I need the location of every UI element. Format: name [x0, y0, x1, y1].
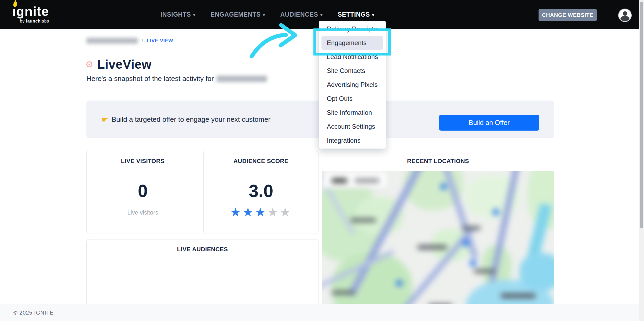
breadcrumb-site-link-redacted[interactable]	[86, 38, 138, 44]
menu-item-site-information[interactable]: Site Information	[319, 106, 386, 120]
audience-score-value: 3.0	[204, 181, 318, 201]
build-offer-button[interactable]: Build an Offer	[439, 115, 539, 131]
live-audiences-card: LIVE AUDIENCES	[86, 239, 319, 312]
change-website-button[interactable]: CHANGE WEBSITE	[539, 9, 597, 21]
breadcrumb-current: LIVE VIEW	[147, 38, 173, 44]
locations-map[interactable]	[322, 171, 554, 304]
card-title: LIVE VISITORS	[87, 151, 199, 171]
star-icon: ★	[255, 205, 267, 219]
audience-score-card: AUDIENCE SCORE 3.0 ★★★★★	[203, 151, 319, 234]
liveview-page: ıgnite by launchlabs INSIGHTS ▾ ENGAGEME…	[0, 0, 644, 321]
card-title: RECENT LOCATIONS	[322, 151, 554, 171]
breadcrumb-separator: /	[142, 38, 143, 44]
chevron-down-icon: ▾	[320, 12, 323, 18]
page-scrollbar	[639, 0, 644, 321]
menu-item-site-contacts[interactable]: Site Contacts	[319, 64, 386, 78]
ignite-logo[interactable]: ıgnite by launchlabs	[12, 4, 49, 24]
page-title: LiveView	[97, 57, 152, 72]
logo-wordmark: ıgnite	[12, 4, 49, 18]
map-button-redacted	[332, 179, 347, 183]
nav-item-audiences[interactable]: AUDIENCES ▾	[280, 11, 323, 18]
pointing-hand-icon: ☛	[101, 115, 108, 124]
menu-item-opt-outs[interactable]: Opt Outs	[319, 92, 386, 106]
nav-item-insights[interactable]: INSIGHTS ▾	[160, 11, 196, 18]
menu-item-advertising-pixels[interactable]: Advertising Pixels	[319, 78, 386, 92]
scrollbar-thumb[interactable]	[640, 2, 643, 228]
live-visitors-value: 0	[87, 181, 199, 201]
chevron-down-icon: ▾	[263, 12, 265, 18]
star-rating: ★★★★★	[204, 205, 318, 219]
menu-item-engagements[interactable]: Engagements	[321, 36, 383, 50]
page-subtitle: Here's a snapshot of the latest activity…	[86, 75, 267, 83]
nav-item-label: INSIGHTS	[160, 11, 191, 18]
chevron-down-icon: ▾	[372, 12, 374, 18]
card-title: LIVE AUDIENCES	[87, 239, 318, 259]
nav-item-settings[interactable]: SETTINGS ▾	[338, 11, 375, 18]
menu-item-integrations[interactable]: Integrations	[319, 134, 386, 147]
copyright-text: © 2025 IGNITE	[13, 310, 54, 316]
star-icon: ★	[242, 205, 255, 219]
star-icon: ★	[280, 205, 292, 219]
nav-item-label: SETTINGS	[338, 11, 370, 18]
recent-locations-card: RECENT LOCATIONS	[322, 151, 554, 305]
star-icon: ★	[230, 205, 242, 219]
settings-dropdown-menu: Delivery Receipts Engagements Lead Notif…	[319, 21, 386, 149]
card-title: AUDIENCE SCORE	[204, 151, 318, 171]
breadcrumb: / LIVE VIEW	[86, 37, 173, 44]
nav-item-label: ENGAGEMENTS	[211, 11, 261, 18]
user-avatar[interactable]	[618, 9, 632, 22]
nav-item-engagements[interactable]: ENGAGEMENTS ▾	[211, 11, 265, 18]
chevron-down-icon: ▾	[193, 12, 195, 18]
live-visitors-caption: Live visitors	[87, 209, 199, 216]
satellite-button-redacted	[355, 179, 379, 182]
nav-item-label: AUDIENCES	[280, 11, 318, 18]
menu-item-delivery-receipts[interactable]: Delivery Receipts	[319, 22, 386, 36]
page-heading: LiveView	[86, 57, 152, 72]
live-record-icon	[86, 61, 92, 67]
map-blurred-tiles	[322, 171, 554, 304]
offer-banner-text: ☛ Build a targeted offer to engage your …	[101, 101, 270, 138]
menu-item-account-settings[interactable]: Account Settings	[319, 120, 386, 134]
logo-tagline: by launchlabs	[12, 19, 49, 24]
map-type-control[interactable]	[323, 173, 387, 188]
person-icon	[623, 11, 627, 16]
footer: © 2025 IGNITE	[0, 304, 644, 321]
star-icon: ★	[267, 205, 280, 219]
live-visitors-card: LIVE VISITORS 0 Live visitors	[86, 151, 199, 234]
menu-item-lead-notifications[interactable]: Lead Notifications	[319, 50, 386, 64]
site-name-redacted	[217, 76, 267, 82]
